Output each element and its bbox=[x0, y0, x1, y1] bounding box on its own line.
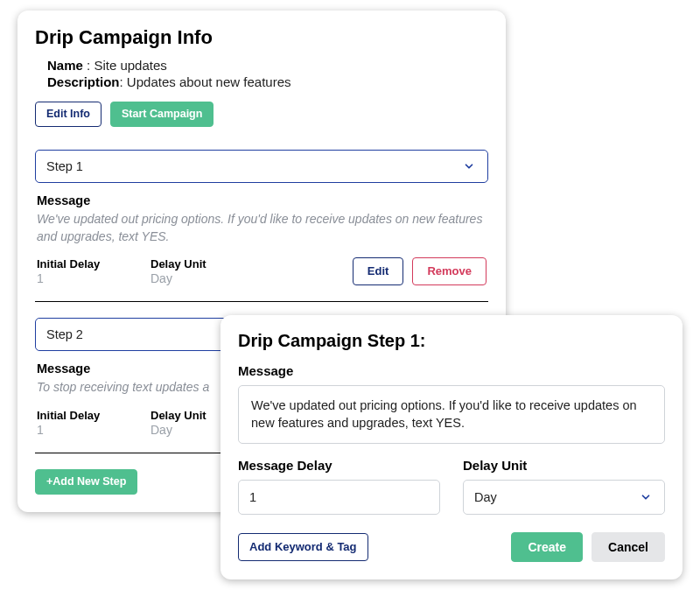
editor-message-input[interactable]: We've updated out pricing options. If yo… bbox=[238, 385, 665, 444]
editor-delay-col: Message Delay 1 bbox=[238, 458, 440, 515]
cancel-button[interactable]: Cancel bbox=[592, 532, 665, 563]
editor-unit-label: Delay Unit bbox=[463, 458, 665, 473]
chevron-down-icon bbox=[463, 160, 475, 172]
step-2-initial-delay-label: Initial Delay bbox=[37, 409, 124, 422]
add-keyword-tag-button[interactable]: Add Keyword & Tag bbox=[238, 533, 368, 561]
step-2-initial-delay-value: 1 bbox=[37, 423, 124, 437]
editor-unit-value: Day bbox=[474, 490, 497, 504]
campaign-desc-label: Description bbox=[47, 74, 120, 89]
step-1-label: Step 1 bbox=[46, 159, 83, 173]
campaign-info-title: Drip Campaign Info bbox=[35, 26, 488, 49]
step-1-delay-row: Initial Delay 1 Delay Unit Day Edit Remo… bbox=[37, 257, 486, 285]
campaign-name-label: Name bbox=[47, 58, 87, 73]
editor-delay-label: Message Delay bbox=[238, 458, 440, 473]
step-1-message-body: We've updated out pricing options. If yo… bbox=[37, 211, 486, 245]
start-campaign-button[interactable]: Start Campaign bbox=[110, 102, 214, 127]
chevron-down-icon bbox=[640, 491, 652, 503]
edit-info-button[interactable]: Edit Info bbox=[35, 102, 102, 127]
step-1-delay-unit-value: Day bbox=[150, 271, 238, 285]
editor-delay-row: Message Delay 1 Delay Unit Day bbox=[238, 458, 665, 515]
step-1-initial-delay-value: 1 bbox=[37, 271, 124, 285]
step-1-remove-button[interactable]: Remove bbox=[412, 257, 486, 285]
step-1-body: Message We've updated out pricing option… bbox=[35, 193, 488, 302]
campaign-desc-sep: : bbox=[120, 74, 127, 89]
step-2-initial-delay: Initial Delay 1 bbox=[37, 409, 124, 437]
step-1-actions: Edit Remove bbox=[353, 257, 486, 285]
create-button[interactable]: Create bbox=[511, 532, 583, 563]
editor-delay-input[interactable]: 1 bbox=[238, 480, 440, 515]
campaign-desc-row: Description: Updates about new features bbox=[47, 74, 488, 89]
step-1-initial-delay-label: Initial Delay bbox=[37, 257, 124, 270]
step-1-delay-unit-label: Delay Unit bbox=[150, 257, 238, 270]
step-2-label: Step 2 bbox=[46, 327, 83, 341]
editor-message-label: Message bbox=[238, 363, 665, 378]
step-1-initial-delay: Initial Delay 1 bbox=[37, 257, 124, 285]
step-editor-card: Drip Campaign Step 1: Message We've upda… bbox=[220, 315, 682, 579]
step-1-edit-button[interactable]: Edit bbox=[353, 257, 404, 285]
step-1-message-heading: Message bbox=[37, 193, 486, 207]
step-1-header[interactable]: Step 1 bbox=[35, 150, 488, 183]
editor-unit-select[interactable]: Day bbox=[463, 480, 665, 515]
editor-footer: Add Keyword & Tag Create Cancel bbox=[238, 532, 665, 563]
step-editor-title: Drip Campaign Step 1: bbox=[238, 331, 665, 351]
campaign-name-row: Name : Site updates bbox=[47, 58, 488, 73]
step-1-delay-unit: Delay Unit Day bbox=[150, 257, 238, 285]
editor-delay-value: 1 bbox=[249, 490, 256, 504]
editor-unit-col: Delay Unit Day bbox=[463, 458, 665, 515]
info-button-row: Edit Info Start Campaign bbox=[35, 102, 488, 127]
campaign-name-value: Site updates bbox=[94, 58, 166, 73]
add-new-step-button[interactable]: +Add New Step bbox=[35, 469, 137, 495]
campaign-desc-value: Updates about new features bbox=[127, 74, 291, 89]
